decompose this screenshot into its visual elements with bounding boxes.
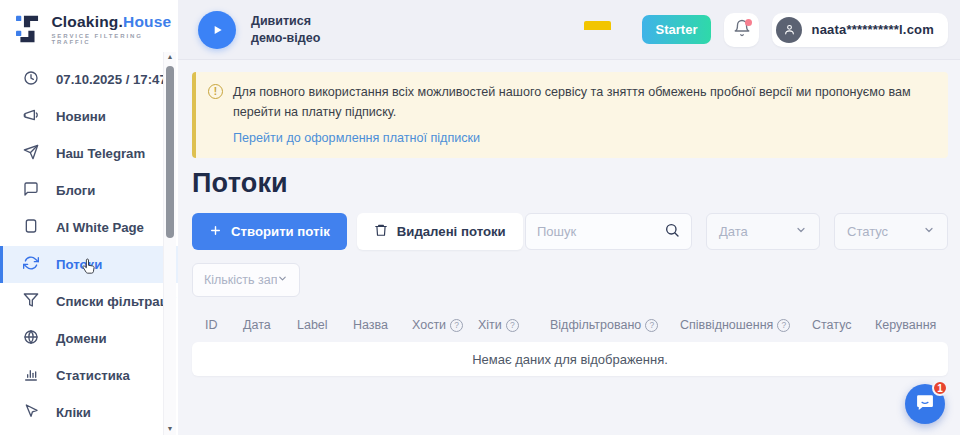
- trial-warning-banner: ! Для повного використання всіх можливос…: [192, 72, 948, 158]
- page-title: Потоки: [192, 168, 948, 199]
- search-box[interactable]: [525, 213, 692, 250]
- telegram-icon: [23, 144, 39, 163]
- user-email: naata**********l.com: [811, 22, 934, 37]
- column-header-date: Дата: [243, 318, 297, 332]
- sidebar-item-streams[interactable]: Потоки: [0, 246, 178, 283]
- help-icon[interactable]: ?: [777, 319, 790, 332]
- brand-logo[interactable]: Cloaking.House SERVICE FILTERING TRAFFIC: [0, 0, 178, 57]
- user-menu[interactable]: naata**********l.com: [772, 13, 948, 47]
- sidebar-item-news[interactable]: Новини: [0, 98, 178, 135]
- records-count-dropdown[interactable]: Кількість запи: [192, 263, 300, 297]
- brand-logo-icon: [16, 14, 42, 44]
- chevron-down-icon: [923, 224, 935, 239]
- watch-demo-button[interactable]: Дивитися демо-відео: [198, 11, 320, 49]
- sidebar-datetime: 07.10.2025 / 17:47: [0, 61, 178, 98]
- subscription-link[interactable]: Перейти до оформлення платної підписки: [233, 131, 480, 145]
- empty-state-message: Немає даних для відображення.: [472, 352, 668, 367]
- column-header-ratio: Співвідношення?: [680, 318, 812, 332]
- sidebar-item-label: Новини: [56, 109, 106, 124]
- topbar-right: Starter naata**********l.com: [584, 13, 948, 47]
- brand-name: Cloaking.House: [51, 13, 178, 31]
- column-header-label: Label: [297, 318, 353, 332]
- chat-widget-button[interactable]: 1: [905, 384, 945, 424]
- column-header-name: Назва: [353, 318, 412, 332]
- funnel-icon: [23, 292, 39, 311]
- plus-icon: [209, 224, 222, 240]
- deleted-streams-button[interactable]: Видалені потоки: [357, 213, 523, 250]
- sidebar-nav: 07.10.2025 / 17:47 Новини Наш Telegram Б…: [0, 61, 178, 431]
- sync-icon: [23, 255, 39, 274]
- sidebar-item-telegram[interactable]: Наш Telegram: [0, 135, 178, 172]
- scroll-up-icon[interactable]: ▲: [167, 52, 174, 62]
- language-flag-ukraine[interactable]: [584, 21, 611, 39]
- brand-name-secondary: House: [123, 13, 171, 30]
- sidebar-item-statistics[interactable]: Статистика: [0, 357, 178, 394]
- sidebar-item-label: Списки фільтрації: [56, 294, 175, 309]
- cursor-icon: [23, 403, 39, 422]
- sidebar-item-clicks[interactable]: Кліки: [0, 394, 178, 431]
- column-header-status: Статус: [812, 318, 875, 332]
- sidebar-item-label: AI White Page: [56, 220, 144, 235]
- clock-icon: [23, 70, 39, 89]
- app-root: Cloaking.House SERVICE FILTERING TRAFFIC…: [0, 0, 960, 435]
- help-icon[interactable]: ?: [506, 319, 519, 332]
- warning-icon: !: [208, 84, 223, 99]
- date-filter-dropdown[interactable]: Дата: [706, 213, 820, 250]
- brand-tagline: SERVICE FILTERING TRAFFIC: [51, 33, 178, 45]
- avatar: [776, 17, 802, 43]
- sidebar-item-domains[interactable]: Домени: [0, 320, 178, 357]
- sidebar-item-label: Статистика: [56, 368, 130, 383]
- sidebar-item-ai-white-page[interactable]: AI White Page: [0, 209, 178, 246]
- sidebar-item-label: Потоки: [56, 257, 102, 272]
- page-icon: [23, 218, 39, 237]
- scroll-down-icon[interactable]: ▼: [167, 424, 174, 434]
- megaphone-icon: [23, 107, 39, 126]
- notification-dot: [745, 19, 752, 26]
- sidebar-item-blogs[interactable]: Блоги: [0, 172, 178, 209]
- scrollbar-thumb[interactable]: [166, 66, 174, 238]
- chat-unread-badge: 1: [932, 380, 948, 396]
- column-header-management: Керування: [875, 318, 948, 332]
- bar-chart-icon: [23, 366, 39, 385]
- plan-badge[interactable]: Starter: [642, 15, 712, 44]
- trash-icon: [374, 223, 388, 240]
- help-icon[interactable]: ?: [645, 319, 658, 332]
- search-input[interactable]: [537, 224, 664, 239]
- sidebar-item-label: Блоги: [56, 183, 95, 198]
- chevron-down-icon: [795, 224, 807, 239]
- sidebar-item-filter-lists[interactable]: Списки фільтрації: [0, 283, 178, 320]
- create-stream-button[interactable]: Створити потік: [192, 213, 347, 250]
- brand-name-primary: Cloaking.: [51, 13, 123, 30]
- main-content: ! Для повного використання всіх можливос…: [178, 60, 960, 435]
- column-header-hosts: Хости?: [412, 318, 478, 332]
- column-header-id: ID: [205, 318, 243, 332]
- chat-bubble-icon: [23, 181, 39, 200]
- chevron-down-icon: [277, 273, 288, 287]
- help-icon[interactable]: ?: [450, 319, 463, 332]
- sidebar-item-label: Наш Telegram: [56, 146, 145, 161]
- sidebar-scrollbar[interactable]: ▲ ▼: [163, 52, 176, 435]
- column-header-hits: Хіти?: [478, 318, 550, 332]
- search-icon[interactable]: [664, 222, 680, 242]
- empty-state: Немає даних для відображення.: [192, 342, 948, 376]
- watch-demo-label: Дивитися демо-відео: [251, 13, 320, 46]
- topbar: Дивитися демо-відео Starter naata*******…: [178, 0, 960, 60]
- table-header-row: ID Дата Label Назва Хости? Хіти? Відфіль…: [192, 315, 948, 335]
- status-filter-dropdown[interactable]: Статус: [834, 213, 948, 250]
- notifications-button[interactable]: [724, 13, 759, 47]
- play-icon[interactable]: [198, 11, 236, 49]
- globe-icon: [23, 329, 39, 348]
- sidebar-item-label: Кліки: [56, 405, 91, 420]
- banner-text: Для повного використання всіх можливосте…: [233, 83, 924, 122]
- actions-row: Створити потік Видалені потоки Дата: [192, 213, 948, 250]
- sidebar-item-label: Домени: [56, 331, 107, 346]
- column-header-filtered: Відфільтровано?: [550, 318, 680, 332]
- sidebar-datetime-label: 07.10.2025 / 17:47: [56, 72, 167, 87]
- sidebar: Cloaking.House SERVICE FILTERING TRAFFIC…: [0, 0, 178, 435]
- chat-icon: [915, 392, 935, 416]
